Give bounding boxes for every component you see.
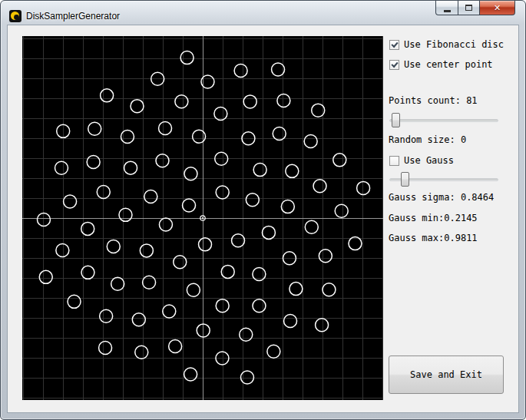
use-fibonacci-checkbox[interactable] (389, 40, 399, 50)
use-fibonacci-label: Use Fibonacci disc (404, 39, 504, 50)
minimize-icon (444, 10, 451, 12)
use-center-point-row[interactable]: Use center point (389, 59, 493, 70)
use-center-point-label: Use center point (404, 59, 493, 70)
points-count-slider[interactable] (389, 112, 498, 128)
random-size-label: Random size: 0 (389, 134, 466, 145)
minimize-button[interactable] (435, 1, 458, 15)
points-count-label: Points count: 81 (389, 95, 478, 106)
maximize-icon (465, 5, 472, 11)
use-gauss-row[interactable]: Use Gauss (389, 155, 454, 166)
disk-preview-canvas (22, 36, 383, 400)
gauss-slider-thumb[interactable] (401, 172, 409, 187)
use-center-point-checkbox[interactable] (389, 60, 399, 70)
close-icon: ✕ (494, 4, 501, 12)
disk-canvas-svg (22, 36, 383, 400)
points-count-slider-track[interactable] (389, 119, 498, 122)
gauss-sigma-label: Gauss sigma: 0.8464 (389, 192, 494, 203)
app-icon[interactable] (9, 10, 22, 22)
maximize-button[interactable] (458, 1, 480, 15)
app-window: DiskSamplerGenerator ✕ Use Fibonacci dis… (0, 0, 526, 420)
gauss-slider[interactable] (389, 171, 498, 187)
gauss-max-label: Gauss max:0.9811 (389, 233, 478, 243)
gauss-min-label: Gauss min:0.2145 (389, 213, 478, 223)
close-button[interactable]: ✕ (479, 1, 515, 15)
use-gauss-checkbox[interactable] (389, 156, 399, 166)
window-title: DiskSamplerGenerator (26, 11, 120, 21)
window-controls: ✕ (435, 1, 515, 15)
use-gauss-label: Use Gauss (404, 155, 454, 166)
use-fibonacci-row[interactable]: Use Fibonacci disc (389, 39, 504, 50)
points-count-slider-thumb[interactable] (392, 113, 400, 127)
save-and-exit-button[interactable]: Save and Exit (389, 356, 504, 394)
